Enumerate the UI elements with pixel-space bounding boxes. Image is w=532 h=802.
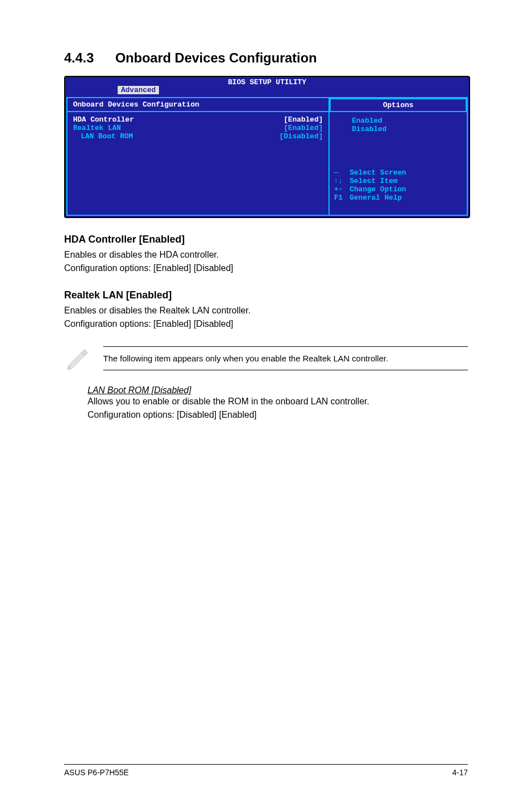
bios-item-lanboot: LAN Boot ROM [73,132,133,141]
nav-sym-f1: F1 [334,194,350,202]
bios-value-hda: [Enabled] [284,115,323,124]
footer-left: ASUS P6-P7H55E [64,768,129,777]
realtek-desc-1: Enables or disables the Realtek LAN cont… [64,305,468,317]
bios-tab-advanced: Advanced [118,86,159,94]
hda-heading: HDA Controller [Enabled] [64,234,468,245]
section-number: 4.4.3 [64,50,112,66]
bios-screenshot: BIOS SETUP UTILITY Advanced Onboard Devi… [64,76,470,218]
pencil-icon [64,345,90,371]
lanboot-desc-2: Configuration options: [Disabled] [Enabl… [88,409,468,421]
nav-label-change: Change Option [350,185,406,194]
footer-right: 4-17 [452,768,468,777]
nav-sym-lr: ↔ [334,168,350,177]
nav-label-screen: Select Screen [350,168,406,177]
bios-value-lanboot: [Disabled] [279,132,323,141]
bios-options-list: Enabled Disabled [334,117,462,133]
bios-option-enabled: Enabled [352,117,462,125]
bios-panel-title: Onboard Devices Configuration [67,100,328,112]
bios-header-title: BIOS SETUP UTILITY [65,78,469,86]
page-footer: ASUS P6-P7H55E 4-17 [64,764,468,777]
hda-desc-2: Configuration options: [Enabled] [Disabl… [64,262,468,274]
note-text: The following item appears only when you… [103,354,388,363]
note-block: The following item appears only when you… [64,345,468,371]
bios-value-realtek: [Enabled] [284,124,323,132]
section-title-text: Onboard Devices Configuration [115,50,317,65]
nav-label-help: General Help [350,194,402,202]
bios-nav-help: ↔Select Screen ↑↓Select Item +-Change Op… [334,160,462,210]
bios-header: BIOS SETUP UTILITY Advanced [65,77,469,96]
lanboot-heading: LAN Boot ROM [Disabled] [88,385,468,395]
bios-right-panel: Options Enabled Disabled ↔Select Screen … [328,97,468,216]
bios-item-hda: HDA Controller [73,115,134,124]
bios-options-header: Options [330,98,467,112]
bios-item-realtek: Realtek LAN [73,124,121,132]
lanboot-desc-1: Allows you to enable or disable the ROM … [88,395,468,408]
realtek-desc-2: Configuration options: [Enabled] [Disabl… [64,318,468,330]
nav-sym-pm: +- [334,185,350,194]
hda-desc-1: Enables or disables the HDA controller. [64,249,468,261]
bios-option-disabled: Disabled [352,125,462,133]
nav-sym-ud: ↑↓ [334,177,350,185]
section-heading: 4.4.3 Onboard Devices Configuration [64,50,468,66]
nav-label-item: Select Item [350,177,398,185]
realtek-heading: Realtek LAN [Enabled] [64,289,468,301]
